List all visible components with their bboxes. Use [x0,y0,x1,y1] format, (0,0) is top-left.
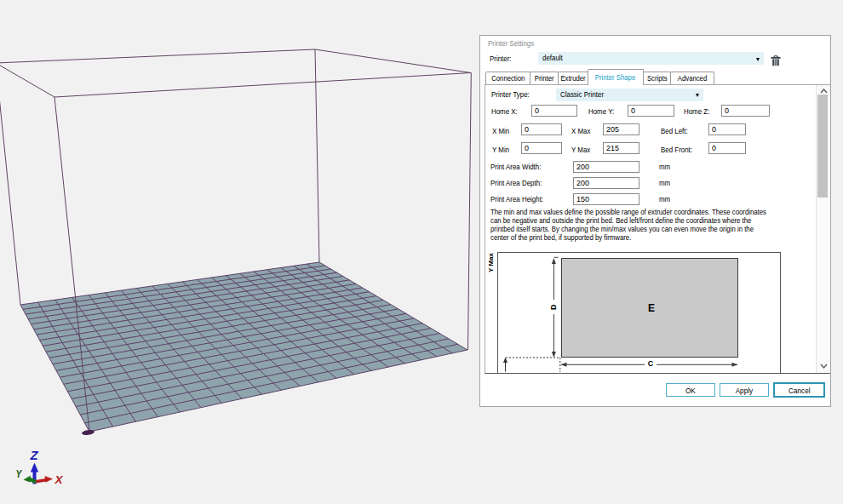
svg-text:Y: Y [16,469,23,480]
svg-text:X: X [54,473,64,486]
svg-text:Z: Z [30,448,39,462]
